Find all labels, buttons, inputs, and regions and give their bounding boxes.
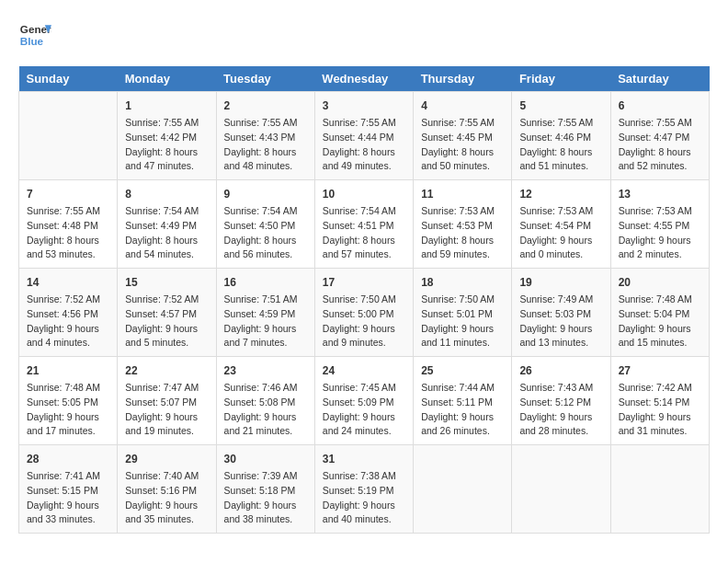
day-content: Sunrise: 7:53 AM Sunset: 4:55 PM Dayligh… xyxy=(619,204,701,262)
day-number: 7 xyxy=(27,186,109,202)
logo: General Blue xyxy=(18,18,51,52)
day-content: Sunrise: 7:55 AM Sunset: 4:46 PM Dayligh… xyxy=(519,116,602,174)
calendar-cell: 18Sunrise: 7:50 AM Sunset: 5:01 PM Dayli… xyxy=(414,269,512,357)
day-number: 9 xyxy=(224,186,307,202)
day-number: 5 xyxy=(519,98,602,114)
calendar-cell: 12Sunrise: 7:53 AM Sunset: 4:54 PM Dayli… xyxy=(512,180,610,269)
calendar-cell: 31Sunrise: 7:38 AM Sunset: 5:19 PM Dayli… xyxy=(314,445,413,534)
day-number: 4 xyxy=(421,98,504,114)
calendar-cell: 4Sunrise: 7:55 AM Sunset: 4:45 PM Daylig… xyxy=(414,92,512,180)
day-content: Sunrise: 7:39 AM Sunset: 5:18 PM Dayligh… xyxy=(224,469,307,527)
day-header-sunday: Sunday xyxy=(19,66,118,92)
day-content: Sunrise: 7:53 AM Sunset: 4:54 PM Dayligh… xyxy=(519,204,602,262)
page-header: General Blue xyxy=(18,18,710,52)
day-content: Sunrise: 7:38 AM Sunset: 5:19 PM Dayligh… xyxy=(323,469,405,527)
day-number: 3 xyxy=(323,98,405,114)
calendar-cell: 15Sunrise: 7:52 AM Sunset: 4:57 PM Dayli… xyxy=(118,269,216,357)
calendar-cell: 23Sunrise: 7:46 AM Sunset: 5:08 PM Dayli… xyxy=(216,357,314,445)
day-number: 1 xyxy=(125,98,208,114)
calendar-week-row: 21Sunrise: 7:48 AM Sunset: 5:05 PM Dayli… xyxy=(19,357,710,445)
day-number: 26 xyxy=(519,362,602,379)
calendar-table: SundayMondayTuesdayWednesdayThursdayFrid… xyxy=(18,66,710,534)
calendar-body: 1Sunrise: 7:55 AM Sunset: 4:42 PM Daylig… xyxy=(19,92,710,534)
day-header-wednesday: Wednesday xyxy=(314,66,413,92)
day-number: 20 xyxy=(619,274,701,291)
day-number: 16 xyxy=(224,274,307,291)
calendar-cell: 14Sunrise: 7:52 AM Sunset: 4:56 PM Dayli… xyxy=(19,269,118,357)
day-number: 19 xyxy=(519,274,602,291)
day-number: 2 xyxy=(224,98,307,114)
calendar-cell: 11Sunrise: 7:53 AM Sunset: 4:53 PM Dayli… xyxy=(414,180,512,269)
day-number: 11 xyxy=(421,186,504,202)
calendar-header-row: SundayMondayTuesdayWednesdayThursdayFrid… xyxy=(19,66,710,92)
day-content: Sunrise: 7:55 AM Sunset: 4:45 PM Dayligh… xyxy=(421,116,504,174)
day-content: Sunrise: 7:55 AM Sunset: 4:42 PM Dayligh… xyxy=(125,116,208,174)
day-number: 18 xyxy=(421,274,504,291)
day-content: Sunrise: 7:53 AM Sunset: 4:53 PM Dayligh… xyxy=(421,204,504,262)
day-number: 22 xyxy=(125,362,208,379)
day-content: Sunrise: 7:49 AM Sunset: 5:03 PM Dayligh… xyxy=(519,293,602,350)
calendar-cell: 28Sunrise: 7:41 AM Sunset: 5:15 PM Dayli… xyxy=(19,445,118,534)
day-number: 15 xyxy=(125,274,208,291)
calendar-cell: 20Sunrise: 7:48 AM Sunset: 5:04 PM Dayli… xyxy=(610,269,709,357)
calendar-cell: 10Sunrise: 7:54 AM Sunset: 4:51 PM Dayli… xyxy=(314,180,413,269)
day-number: 24 xyxy=(323,362,405,379)
day-content: Sunrise: 7:45 AM Sunset: 5:09 PM Dayligh… xyxy=(323,381,405,439)
calendar-cell: 26Sunrise: 7:43 AM Sunset: 5:12 PM Dayli… xyxy=(512,357,610,445)
day-content: Sunrise: 7:48 AM Sunset: 5:05 PM Dayligh… xyxy=(27,381,109,439)
day-content: Sunrise: 7:54 AM Sunset: 4:49 PM Dayligh… xyxy=(125,204,208,262)
day-number: 31 xyxy=(323,451,405,467)
calendar-week-row: 7Sunrise: 7:55 AM Sunset: 4:48 PM Daylig… xyxy=(19,180,710,269)
calendar-cell: 13Sunrise: 7:53 AM Sunset: 4:55 PM Dayli… xyxy=(610,180,709,269)
calendar-cell xyxy=(19,92,118,180)
calendar-cell: 6Sunrise: 7:55 AM Sunset: 4:47 PM Daylig… xyxy=(610,92,709,180)
day-content: Sunrise: 7:54 AM Sunset: 4:51 PM Dayligh… xyxy=(323,204,405,262)
day-number: 25 xyxy=(421,362,504,379)
calendar-week-row: 14Sunrise: 7:52 AM Sunset: 4:56 PM Dayli… xyxy=(19,269,710,357)
day-content: Sunrise: 7:42 AM Sunset: 5:14 PM Dayligh… xyxy=(619,381,701,439)
calendar-cell: 9Sunrise: 7:54 AM Sunset: 4:50 PM Daylig… xyxy=(216,180,314,269)
day-number: 29 xyxy=(125,451,208,467)
calendar-cell: 21Sunrise: 7:48 AM Sunset: 5:05 PM Dayli… xyxy=(19,357,118,445)
day-number: 28 xyxy=(27,451,109,467)
day-content: Sunrise: 7:46 AM Sunset: 5:08 PM Dayligh… xyxy=(224,381,307,439)
calendar-cell: 2Sunrise: 7:55 AM Sunset: 4:43 PM Daylig… xyxy=(216,92,314,180)
day-number: 6 xyxy=(619,98,701,114)
day-number: 21 xyxy=(27,362,109,379)
day-number: 14 xyxy=(27,274,109,291)
day-number: 8 xyxy=(125,186,208,202)
day-content: Sunrise: 7:43 AM Sunset: 5:12 PM Dayligh… xyxy=(519,381,602,439)
day-number: 12 xyxy=(519,186,602,202)
day-content: Sunrise: 7:55 AM Sunset: 4:48 PM Dayligh… xyxy=(27,204,109,262)
day-content: Sunrise: 7:41 AM Sunset: 5:15 PM Dayligh… xyxy=(27,469,109,527)
calendar-cell: 30Sunrise: 7:39 AM Sunset: 5:18 PM Dayli… xyxy=(216,445,314,534)
calendar-cell: 17Sunrise: 7:50 AM Sunset: 5:00 PM Dayli… xyxy=(314,269,413,357)
calendar-cell xyxy=(512,445,610,534)
day-number: 17 xyxy=(323,274,405,291)
calendar-week-row: 1Sunrise: 7:55 AM Sunset: 4:42 PM Daylig… xyxy=(19,92,710,180)
day-header-saturday: Saturday xyxy=(610,66,709,92)
day-content: Sunrise: 7:44 AM Sunset: 5:11 PM Dayligh… xyxy=(421,381,504,439)
calendar-cell: 22Sunrise: 7:47 AM Sunset: 5:07 PM Dayli… xyxy=(118,357,216,445)
calendar-cell xyxy=(414,445,512,534)
calendar-cell: 1Sunrise: 7:55 AM Sunset: 4:42 PM Daylig… xyxy=(118,92,216,180)
day-content: Sunrise: 7:40 AM Sunset: 5:16 PM Dayligh… xyxy=(125,469,208,527)
calendar-cell: 3Sunrise: 7:55 AM Sunset: 4:44 PM Daylig… xyxy=(314,92,413,180)
day-number: 10 xyxy=(323,186,405,202)
day-number: 23 xyxy=(224,362,307,379)
day-content: Sunrise: 7:48 AM Sunset: 5:04 PM Dayligh… xyxy=(619,293,701,350)
calendar-cell xyxy=(610,445,709,534)
day-content: Sunrise: 7:55 AM Sunset: 4:43 PM Dayligh… xyxy=(224,116,307,174)
day-content: Sunrise: 7:47 AM Sunset: 5:07 PM Dayligh… xyxy=(125,381,208,439)
day-content: Sunrise: 7:50 AM Sunset: 5:00 PM Dayligh… xyxy=(323,293,405,350)
calendar-cell: 8Sunrise: 7:54 AM Sunset: 4:49 PM Daylig… xyxy=(118,180,216,269)
day-header-thursday: Thursday xyxy=(414,66,512,92)
day-content: Sunrise: 7:54 AM Sunset: 4:50 PM Dayligh… xyxy=(224,204,307,262)
svg-text:Blue: Blue xyxy=(20,35,44,47)
day-header-monday: Monday xyxy=(118,66,216,92)
day-number: 13 xyxy=(619,186,701,202)
calendar-week-row: 28Sunrise: 7:41 AM Sunset: 5:15 PM Dayli… xyxy=(19,445,710,534)
day-number: 30 xyxy=(224,451,307,467)
day-number: 27 xyxy=(619,362,701,379)
day-content: Sunrise: 7:51 AM Sunset: 4:59 PM Dayligh… xyxy=(224,293,307,350)
